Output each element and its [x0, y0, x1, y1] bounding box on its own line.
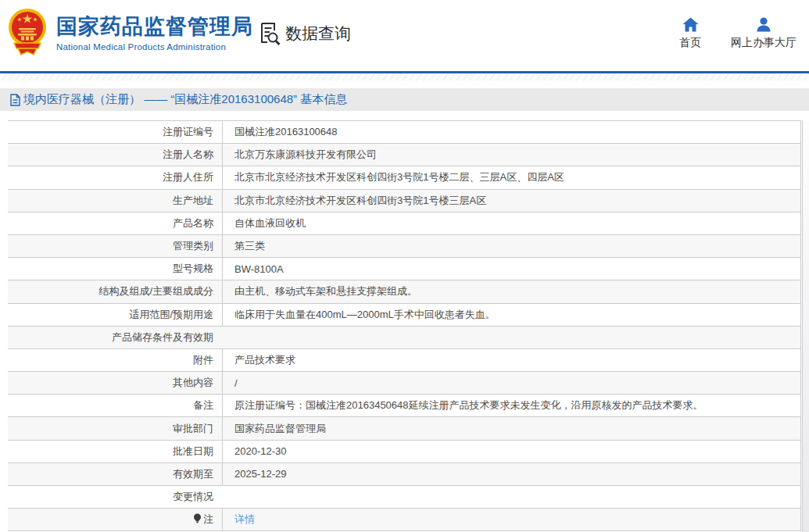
row-value: 国械注准20163100648 [222, 121, 800, 143]
breadcrumb: 境内医疗器械（注册） —— “国械注准20163100648” 基本信息 [0, 88, 809, 111]
nav-service-hall-label: 网上办事大厅 [731, 36, 796, 50]
row-value: 北京市北京经济技术开发区科创四街3号院1号楼三层A区 [222, 190, 800, 212]
row-value: 原注册证编号：国械注准20163450648延续注册产品技术要求未发生变化，沿用… [222, 395, 800, 416]
table-row: 结构及组成/主要组成成分由主机、移动式车架和悬挂支撑架组成。 [8, 280, 800, 302]
table-row: 注册证编号国械注准20163100648 [8, 120, 800, 143]
detail-link[interactable]: 详情 [234, 512, 255, 527]
row-value: 详情 [222, 509, 800, 530]
nav-home-label: 首页 [679, 36, 701, 50]
row-label: 型号规格 [8, 258, 222, 280]
row-value: 国家药品监督管理局 [222, 417, 800, 439]
table-row: 有效期至2025-12-29 [8, 462, 800, 485]
table-row: 生产地址北京市北京经济技术开发区科创四街3号院1号楼三层A区 [8, 189, 800, 212]
registration-info-table: 注册证编号国械注准20163100648注册人名称北京万东康源科技开发有限公司注… [8, 120, 801, 531]
row-label: 产品储存条件及有效期 [8, 327, 222, 348]
row-label-text: 结构及组成/主要组成成分 [98, 284, 213, 298]
row-label: 注册人名称 [8, 144, 222, 166]
row-label-text: 产品储存条件及有效期 [112, 330, 213, 345]
user-icon [756, 17, 771, 32]
table-row: 管理类别第三类 [8, 234, 800, 257]
row-label: 结构及组成/主要组成成分 [8, 280, 222, 302]
row-label: 产品名称 [8, 212, 222, 234]
row-label-text: 产品名称 [173, 216, 213, 230]
nav-service-hall[interactable]: 网上办事大厅 [731, 17, 796, 50]
row-label: 注册证编号 [8, 121, 222, 143]
brand: 国家药品监督管理局 National Medical Products Admi… [8, 6, 253, 59]
row-label-text: 有效期至 [173, 467, 213, 481]
site-subtitle: National Medical Products Administration [56, 42, 253, 52]
row-label-text: 附件 [193, 353, 213, 367]
row-label-text: 型号规格 [173, 262, 213, 276]
table-row: 适用范围/预期用途临床用于失血量在400mL—2000mL手术中回收患者失血。 [8, 303, 800, 326]
row-value: / [222, 372, 800, 394]
row-label: 其他内容 [8, 372, 222, 394]
row-label: 注册人住所 [8, 166, 222, 188]
row-label-text: 注册人名称 [163, 148, 213, 162]
row-value: 2025-12-29 [222, 463, 800, 485]
table-row: 产品储存条件及有效期 [8, 326, 800, 348]
row-label: 批准日期 [8, 441, 222, 462]
top-nav: 首页 网上办事大厅 [679, 17, 796, 50]
table-row: 审批部门国家药品监督管理局 [8, 416, 800, 439]
home-icon [682, 17, 699, 32]
row-label-text: 适用范围/预期用途 [129, 308, 213, 322]
row-label-text: 审批部门 [173, 422, 213, 436]
row-value [222, 486, 800, 508]
content-area: 注册证编号国械注准20163100648注册人名称北京万东康源科技开发有限公司注… [0, 120, 809, 531]
row-label: 审批部门 [8, 417, 222, 439]
row-label-text: 注 [203, 512, 213, 527]
site-title: 国家药品监督管理局 [56, 14, 253, 39]
row-label: 生产地址 [8, 190, 222, 212]
table-row: 备注原注册证编号：国械注准20163450648延续注册产品技术要求未发生变化，… [8, 394, 800, 416]
nav-home[interactable]: 首页 [679, 17, 701, 50]
row-label-text: 注册人住所 [163, 170, 213, 184]
row-value: 北京市北京经济技术开发区科创四街3号院1号楼二层、三层A区、四层A区 [222, 166, 800, 188]
row-value: 2020-12-30 [222, 441, 800, 462]
table-row: 型号规格BW-8100A [8, 257, 800, 280]
row-label: 附件 [8, 349, 222, 371]
row-label: 备注 [8, 395, 222, 416]
table-row: 其他内容/ [8, 371, 800, 394]
row-value: 北京万东康源科技开发有限公司 [222, 144, 800, 166]
row-label-text: 注册证编号 [163, 125, 213, 139]
table-row: 注册人住所北京市北京经济技术开发区科创四街3号院1号楼二层、三层A区、四层A区 [8, 166, 800, 188]
row-label: 适用范围/预期用途 [8, 304, 222, 326]
table-row: 注册人名称北京万东康源科技开发有限公司 [8, 143, 800, 166]
row-value: 第三类 [222, 235, 800, 257]
table-row: 注详情 [8, 508, 800, 530]
data-query-section[interactable]: 数据查询 [258, 21, 351, 46]
breadcrumb-text: 境内医疗器械（注册） —— “国械注准20163100648” 基本信息 [23, 92, 347, 107]
data-query-label: 数据查询 [285, 23, 351, 45]
row-value: 自体血液回收机 [222, 212, 800, 234]
row-label-text: 其他内容 [173, 376, 213, 390]
national-emblem-logo [8, 6, 47, 59]
row-value: 临床用于失血量在400mL—2000mL手术中回收患者失血。 [222, 304, 800, 326]
row-label-text: 批准日期 [173, 445, 213, 459]
row-value [222, 327, 800, 348]
row-label: 管理类别 [8, 235, 222, 257]
table-row: 批准日期2020-12-30 [8, 440, 800, 462]
document-search-icon [258, 21, 281, 46]
row-value: 由主机、移动式车架和悬挂支撑架组成。 [222, 280, 800, 302]
row-value: BW-8100A [222, 258, 800, 280]
row-label-text: 变更情况 [173, 490, 213, 504]
hatch-strip [0, 73, 809, 80]
site-header: 国家药品监督管理局 National Medical Products Admi… [0, 0, 809, 71]
vertical-scrollbar[interactable] [802, 120, 809, 532]
bulb-icon [193, 513, 202, 527]
document-icon [10, 94, 20, 106]
row-label-text: 备注 [193, 398, 213, 412]
row-label-text: 管理类别 [173, 239, 213, 253]
table-row: 附件产品技术要求 [8, 348, 800, 371]
row-label: 有效期至 [8, 463, 222, 485]
table-row: 产品名称自体血液回收机 [8, 212, 800, 234]
table-row: 变更情况 [8, 485, 800, 508]
row-label-text: 生产地址 [173, 194, 213, 208]
row-value: 产品技术要求 [222, 349, 800, 371]
brand-text: 国家药品监督管理局 National Medical Products Admi… [56, 14, 253, 51]
row-label: 变更情况 [8, 486, 222, 508]
row-label: 注 [8, 509, 222, 530]
